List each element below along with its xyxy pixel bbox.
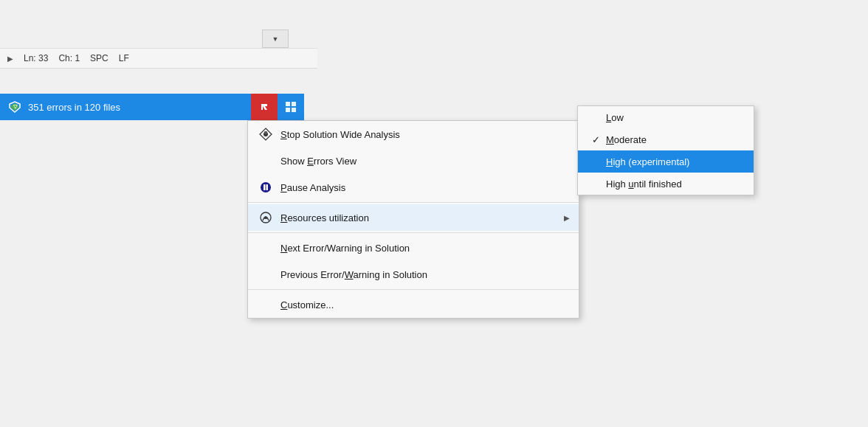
svg-point-14 <box>265 217 267 219</box>
line-number: Ln: 33 <box>24 53 48 63</box>
status-bar: ▶ Ln: 33 Ch: 1 SPC LF <box>0 48 317 69</box>
menu-item-next-error[interactable]: Next Error/Warning in Solution <box>248 235 579 261</box>
error-bar[interactable]: ▽ 351 errors in 120 files <box>0 94 251 120</box>
customize-label: Customize... <box>280 299 570 310</box>
moderate-check: ✓ <box>588 134 603 145</box>
grid-icon-button[interactable] <box>278 94 304 120</box>
menu-item-pause-analysis[interactable]: Pause Analysis <box>248 174 579 201</box>
prev-error-spacer <box>257 265 275 283</box>
menu-item-prev-error[interactable]: Previous Error/Warning in Solution <box>248 261 579 288</box>
pause-icon <box>257 178 275 196</box>
moderate-label: Moderate <box>606 134 647 145</box>
resources-label: Resources utilization <box>280 212 564 223</box>
menu-item-resources[interactable]: Resources utilization ▶ <box>248 204 579 231</box>
dropdown-arrow-area[interactable]: ▼ <box>262 29 289 48</box>
show-errors-spacer <box>257 152 275 170</box>
error-bar-icons <box>251 94 307 120</box>
separator-1 <box>248 202 579 203</box>
svg-rect-11 <box>264 184 266 190</box>
high-until-label: High until finished <box>606 178 682 190</box>
play-icon[interactable]: ▶ <box>7 55 13 63</box>
lf-label: LF <box>119 53 129 63</box>
high-experimental-label: High (experimental) <box>606 156 689 167</box>
svg-rect-4 <box>286 102 290 106</box>
shield-icon: ▽ <box>7 100 22 114</box>
customize-spacer <box>257 296 275 313</box>
error-text: 351 errors in 120 files <box>28 102 120 113</box>
context-menu: Stop Solution Wide Analysis Show Errors … <box>247 120 579 319</box>
low-label: Low <box>606 112 624 123</box>
svg-rect-6 <box>286 108 290 112</box>
show-errors-label: Show Errors View <box>280 156 570 167</box>
menu-item-stop-analysis[interactable]: Stop Solution Wide Analysis <box>248 121 579 147</box>
stop-analysis-label: Stop Solution Wide Analysis <box>280 129 570 140</box>
menu-item-customize[interactable]: Customize... <box>248 291 579 318</box>
pause-analysis-label: Pause Analysis <box>280 182 570 193</box>
submenu-item-low[interactable]: Low <box>578 106 754 128</box>
resharper-icon-button[interactable] <box>251 94 278 120</box>
separator-2 <box>248 232 579 233</box>
submenu-item-high-until-finished[interactable]: High until finished <box>578 173 754 195</box>
dropdown-arrow-icon: ▼ <box>272 35 279 43</box>
resources-submenu: Low ✓ Moderate High (experimental) High … <box>577 105 754 195</box>
next-error-label: Next Error/Warning in Solution <box>280 243 570 254</box>
next-error-spacer <box>257 239 275 257</box>
stop-analysis-icon <box>257 125 275 143</box>
svg-rect-5 <box>292 102 296 106</box>
svg-rect-9 <box>264 131 267 134</box>
submenu-item-high-experimental[interactable]: High (experimental) <box>578 150 754 173</box>
separator-3 <box>248 289 579 290</box>
svg-text:▽: ▽ <box>13 104 18 110</box>
prev-error-label: Previous Error/Warning in Solution <box>280 269 570 280</box>
column-number: Ch: 1 <box>58 53 80 63</box>
svg-point-10 <box>261 182 271 192</box>
svg-rect-12 <box>266 184 269 190</box>
resources-icon <box>257 209 275 226</box>
submenu-item-moderate[interactable]: ✓ Moderate <box>578 128 754 150</box>
svg-rect-7 <box>292 108 296 112</box>
submenu-arrow-icon: ▶ <box>564 214 570 222</box>
spc-label: SPC <box>90 53 108 63</box>
menu-item-show-errors[interactable]: Show Errors View <box>248 147 579 174</box>
